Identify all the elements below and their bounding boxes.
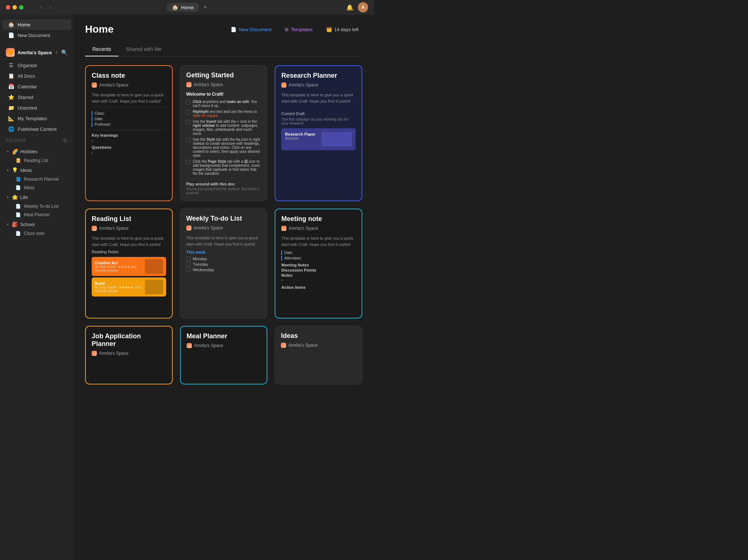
folders-label: Folders (6, 138, 26, 143)
field-class: Class: (92, 111, 166, 116)
doc-icon: 📄 (15, 204, 21, 209)
card-class-note[interactable]: Class note Amrita's Space This template … (85, 65, 173, 201)
card-research-planner[interactable]: Research Planner Amrita's Space This tem… (275, 65, 362, 201)
card-getting-started[interactable]: Getting Started Amrita's Space Welcome t… (180, 65, 268, 201)
card-class-note-title: Class note (92, 72, 166, 80)
todo-checkbox-tuesday[interactable] (186, 262, 191, 266)
add-folder-icon[interactable]: ⊕ (63, 137, 68, 144)
search-icon[interactable]: 🔍 (61, 49, 67, 55)
tab-shared[interactable]: Shared with Me (118, 43, 169, 56)
sidebar-item-calendar[interactable]: 📅 Calendar (2, 81, 71, 92)
research-planner-label: Research Planner (24, 177, 59, 182)
folder-hobbies-label: Hobbies (20, 149, 38, 154)
titlebar: ‹ › 🏠 Home + 🔔 A (0, 0, 374, 15)
todo-monday: Monday (186, 257, 261, 261)
card-ideas[interactable]: Ideas Amrita's Space (275, 326, 362, 384)
card-meal-planner-space: Amrita's Space (187, 343, 261, 348)
card-class-note-body: This template is here to give you a quic… (92, 92, 166, 104)
titlebar-right: 🔔 A (346, 2, 368, 12)
sidebar-item-published[interactable]: 🌐 Published Content (2, 124, 71, 134)
traffic-lights (6, 5, 23, 10)
doc-icon: 📄 (15, 185, 21, 190)
todo-tuesday: Tuesday (186, 262, 261, 266)
page-title: Home (85, 23, 114, 35)
card-reading-list[interactable]: Reading List Amrita's Space This templat… (85, 209, 173, 318)
questions-bullet: • (92, 151, 166, 155)
folder-life-label: Life (20, 195, 28, 200)
sidebar-item-class-note[interactable]: 📄 Class note (7, 229, 71, 237)
minimize-button[interactable] (12, 5, 17, 10)
sidebar-item-my-templates[interactable]: 📐 My Templates (2, 113, 71, 124)
folder-school-header[interactable]: ▼ 🎒 School (0, 220, 73, 229)
todo-checkbox-wednesday[interactable] (186, 268, 191, 272)
close-button[interactable] (6, 5, 10, 10)
meeting-field-attendees: Attendees: (281, 256, 356, 261)
action-items-label: Action Items (281, 285, 356, 290)
new-document-button[interactable]: 📄 New Document (227, 25, 275, 34)
reading-list-label: Reading List (24, 158, 48, 163)
sidebar-item-home[interactable]: 🏠 Home (2, 19, 71, 30)
card-research-planner-space-label: Amrita's Space (289, 82, 318, 88)
folder-life-header[interactable]: ▼ 🌟 Life (0, 192, 73, 202)
templates-button[interactable]: ⊞ Templates (281, 25, 316, 34)
sidebar-item-all-docs-label: All Docs (18, 73, 35, 79)
notifications-icon[interactable]: 🔔 (346, 4, 353, 11)
sidebar-item-new-doc[interactable]: 📄 New Document (2, 30, 71, 40)
folder-ideas: ▼ 💡 Ideas 📘 Research Planner 📄 Ideas (0, 165, 73, 192)
card-weekly-todo-space: Amrita's Space (186, 225, 261, 231)
sidebar-item-unsorted[interactable]: 📁 Unsorted (2, 103, 71, 113)
folder-ideas-header[interactable]: ▼ 💡 Ideas (0, 165, 73, 175)
card-meal-planner[interactable]: Meal Planner Amrita's Space (180, 326, 268, 384)
hobbies-children: 📔 Reading List (0, 156, 73, 165)
sidebar-item-starred[interactable]: ⭐ Starred (2, 92, 71, 102)
card-weekly-todo[interactable]: Weekly To-do List Amrita's Space This te… (180, 209, 268, 318)
sidebar: 🏠 Home 📄 New Document 🟠 Amrita's Space ▼… (0, 15, 73, 560)
space-header[interactable]: 🟠 Amrita's Space ▼ 🔍 (0, 45, 73, 60)
back-button[interactable]: ‹ (38, 3, 44, 11)
card-job-application[interactable]: Job Application Planner Amrita's Space (85, 326, 173, 384)
gs-text-4: Use the Style tab with the Aa icon in ri… (193, 137, 261, 158)
card-research-planner-title: Research Planner (281, 72, 356, 80)
tab-recents[interactable]: Recents (85, 43, 118, 56)
doc-icon: 📄 (15, 231, 21, 236)
life-children: 📄 Weekly To-do List 📄 Meal Planner (0, 202, 73, 219)
sidebar-item-research-planner[interactable]: 📘 Research Planner (7, 175, 71, 183)
organize-icon: ☰ (8, 62, 14, 68)
folder-hobbies-header[interactable]: ▼ 🌈 Hobbies (0, 147, 73, 156)
trial-button[interactable]: 👑 14 days left (322, 24, 363, 34)
card-reading-list-title: Reading List (92, 215, 166, 223)
avatar[interactable]: A (358, 2, 368, 12)
gs-checkbox-1 (186, 100, 191, 104)
school-children: 📄 Class note (0, 229, 73, 237)
sidebar-item-all-docs[interactable]: 📋 All Docs (2, 71, 71, 81)
content-area: Home 📄 New Document ⊞ Templates 👑 14 day… (73, 15, 374, 560)
card-reading-list-body: This template is here to give you a quic… (92, 235, 166, 247)
sidebar-item-organize[interactable]: ☰ Organize (2, 60, 71, 70)
sidebar-item-meal-planner[interactable]: 📄 Meal Planner (7, 211, 71, 219)
maximize-button[interactable] (19, 5, 23, 10)
monday-label: Monday (193, 257, 207, 261)
meeting-field-date: Date: (281, 250, 356, 255)
card-weekly-todo-title: Weekly To-do List (186, 215, 261, 222)
todo-checkbox-monday[interactable] (186, 257, 191, 261)
sidebar-item-weekly-todo[interactable]: 📄 Weekly To-do List (7, 202, 71, 210)
meeting-notes-title: Meeting Notes (281, 263, 356, 267)
home-tab[interactable]: 🏠 Home (167, 3, 199, 12)
sidebar-item-reading-list[interactable]: 📔 Reading List (7, 156, 71, 165)
card-meeting-note[interactable]: Meeting note Amrita's Space This templat… (275, 209, 362, 318)
doc-grid: Class note Amrita's Space This template … (85, 65, 362, 384)
nav-arrows: ‹ › (38, 3, 54, 11)
tuesday-label: Tuesday (193, 262, 208, 266)
gs-checkbox-3 (186, 120, 191, 124)
add-tab-button[interactable]: + (203, 4, 208, 11)
space-dot-icon (281, 343, 286, 348)
gs-text-1: Click anywhere and make an edit. You can… (193, 100, 261, 108)
forward-button[interactable]: › (47, 3, 54, 11)
sidebar-item-ideas-doc[interactable]: 📄 Ideas (7, 184, 71, 192)
hobbies-emoji: 🌈 (12, 148, 18, 154)
reading-item-2-sub: Favorite Quotes (95, 289, 141, 293)
inner-doc-info: Research Paper Abstract (285, 132, 315, 147)
key-learnings-bullet: • (92, 139, 166, 143)
card-ideas-space: Amrita's Space (281, 343, 356, 348)
card-getting-started-title: Getting Started (186, 71, 261, 79)
